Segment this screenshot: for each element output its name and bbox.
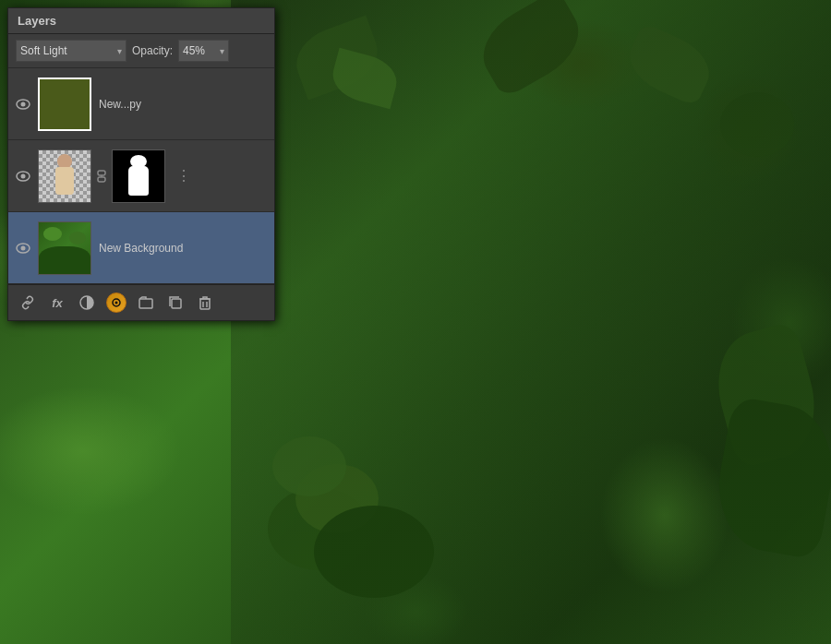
svg-point-8 bbox=[21, 245, 26, 250]
svg-point-3 bbox=[21, 173, 26, 178]
blend-toolbar: Soft Light ▾ Opacity: 45% ▾ bbox=[8, 34, 274, 68]
layer-thumb-group bbox=[38, 149, 165, 203]
svg-rect-5 bbox=[98, 177, 105, 182]
svg-rect-13 bbox=[172, 299, 181, 308]
layer-name: New...py bbox=[99, 98, 269, 111]
opacity-arrow: ▾ bbox=[220, 46, 224, 56]
paint-circle-button[interactable] bbox=[106, 292, 126, 313]
person-shadow bbox=[231, 0, 831, 644]
layer-item[interactable]: ⋮ bbox=[8, 140, 274, 212]
adjustment-layer-button[interactable] bbox=[77, 292, 97, 313]
svg-point-11 bbox=[115, 302, 118, 304]
layer-item[interactable]: New Background bbox=[8, 212, 274, 284]
panel-title: Layers bbox=[18, 14, 56, 28]
opacity-label: Opacity: bbox=[132, 44, 173, 57]
blend-mode-select[interactable]: Soft Light ▾ bbox=[16, 40, 126, 62]
blend-mode-arrow: ▾ bbox=[117, 46, 122, 56]
panel-footer: fx bbox=[8, 284, 274, 320]
visibility-eye-icon[interactable] bbox=[14, 167, 32, 185]
opacity-select[interactable]: 45% ▾ bbox=[178, 40, 229, 62]
layer-thumbnail-person bbox=[38, 149, 91, 203]
new-group-button[interactable] bbox=[136, 292, 156, 313]
layer-thumb-group bbox=[38, 221, 91, 275]
visibility-eye-icon[interactable] bbox=[14, 95, 32, 113]
layers-list: New...py bbox=[8, 68, 274, 284]
link-layers-button[interactable] bbox=[18, 292, 38, 313]
opacity-value: 45% bbox=[183, 44, 205, 57]
blend-mode-label: Soft Light bbox=[20, 44, 67, 57]
layer-thumbnail bbox=[38, 78, 91, 131]
layer-thumbnail-mask bbox=[112, 149, 165, 203]
layer-thumb-group bbox=[38, 78, 91, 131]
svg-rect-12 bbox=[139, 299, 152, 308]
svg-rect-14 bbox=[200, 299, 210, 309]
fx-label: fx bbox=[52, 296, 63, 310]
layers-panel: Layers Soft Light ▾ Opacity: 45% ▾ bbox=[7, 7, 275, 321]
thumb-content bbox=[39, 222, 90, 274]
layer-name: New Background bbox=[99, 242, 269, 255]
thumb-content bbox=[40, 79, 90, 129]
layer-effects-button[interactable]: fx bbox=[47, 292, 67, 313]
svg-rect-4 bbox=[98, 171, 105, 175]
panel-header: Layers bbox=[8, 8, 274, 34]
layer-options-icon: ⋮ bbox=[176, 167, 191, 185]
svg-point-1 bbox=[21, 101, 26, 106]
layer-thumbnail-bg bbox=[38, 221, 91, 275]
layer-item[interactable]: New...py bbox=[8, 68, 274, 140]
duplicate-layer-button[interactable] bbox=[165, 292, 186, 313]
visibility-eye-icon[interactable] bbox=[14, 239, 32, 257]
delete-layer-button[interactable] bbox=[195, 292, 215, 313]
layer-chain-icon bbox=[97, 149, 106, 203]
